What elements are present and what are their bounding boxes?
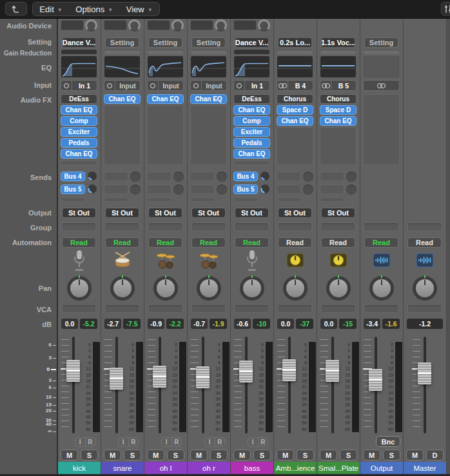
peak-db-value[interactable]: -1.6 — [382, 319, 400, 329]
peak-db-value[interactable]: -10 — [253, 319, 270, 329]
setting-button[interactable]: 1.1s Voc... — [321, 37, 355, 48]
group-field[interactable] — [407, 223, 442, 231]
fader-cap[interactable] — [282, 359, 296, 381]
eq-thumbnail[interactable] — [234, 56, 269, 77]
fx-slot[interactable]: Chan EQ — [320, 116, 357, 126]
fx-slot[interactable]: Chan EQ — [147, 94, 184, 104]
peak-db-value[interactable]: -5.2 — [80, 319, 97, 329]
setting-button[interactable]: Dance V... — [62, 37, 96, 48]
audio-device-field[interactable] — [61, 20, 84, 30]
send-slot[interactable] — [147, 172, 171, 181]
group-field[interactable] — [364, 223, 398, 231]
vca-field[interactable] — [235, 304, 269, 313]
fx-slot[interactable]: Chorus — [320, 94, 357, 104]
mute-button[interactable]: M — [277, 450, 294, 461]
automation-button[interactable]: Read — [278, 237, 312, 248]
track-icon[interactable] — [360, 248, 403, 272]
automation-button[interactable]: Read — [62, 237, 96, 248]
fader-track[interactable] — [424, 337, 426, 433]
send-level-knob[interactable] — [87, 171, 97, 181]
fx-slot[interactable]: Exciter — [61, 127, 97, 137]
automation-button[interactable]: Read — [105, 237, 139, 248]
solo-button[interactable]: S — [297, 450, 314, 461]
input-button[interactable]: Input — [147, 80, 184, 91]
vca-field[interactable] — [278, 304, 312, 313]
automation-button[interactable]: Read — [191, 237, 226, 248]
fader-db-value[interactable]: -2.7 — [104, 319, 121, 329]
send-level-knob[interactable] — [217, 172, 227, 182]
pan-knob[interactable] — [67, 276, 92, 301]
fader-cap[interactable] — [196, 366, 210, 388]
pan-knob[interactable] — [240, 276, 264, 301]
eq-thumbnail[interactable] — [61, 56, 97, 77]
vca-field[interactable] — [407, 304, 442, 313]
group-field[interactable] — [191, 223, 226, 231]
input-button[interactable] — [363, 80, 400, 91]
audio-device-knob[interactable] — [171, 19, 184, 32]
peak-db-value[interactable]: -2.2 — [166, 319, 184, 329]
send-slot[interactable]: Bus 5 — [233, 184, 258, 194]
record-enable-button[interactable]: R — [258, 438, 268, 446]
fader-track[interactable] — [331, 337, 334, 433]
pan-knob[interactable] — [283, 276, 308, 301]
input-button[interactable]: Input — [104, 80, 141, 91]
peak-db-value[interactable]: -37 — [296, 319, 313, 329]
track-name[interactable]: Smal...Plate — [317, 462, 360, 474]
output-button[interactable]: St Out — [278, 208, 312, 218]
input-button[interactable]: Input — [190, 80, 227, 91]
peak-db-value[interactable]: -15 — [339, 319, 357, 329]
fader-db-value[interactable]: -3.4 — [364, 319, 380, 329]
eq-thumbnail[interactable] — [148, 56, 183, 77]
track-name[interactable]: oh r — [188, 462, 230, 474]
automation-button[interactable]: Read — [321, 237, 355, 248]
send-level-knob[interactable] — [173, 184, 184, 195]
fader-cap[interactable] — [239, 361, 253, 382]
group-field[interactable] — [278, 223, 312, 231]
audio-device-field[interactable] — [233, 20, 257, 30]
send-slot[interactable] — [320, 184, 344, 194]
eq-thumbnail[interactable] — [191, 56, 226, 77]
input-monitor-button[interactable]: I — [162, 438, 171, 446]
record-enable-button[interactable]: R — [171, 438, 182, 446]
solo-button[interactable]: S — [167, 450, 184, 461]
automation-button[interactable]: Read — [235, 237, 269, 248]
fx-slot[interactable]: Chan EQ — [61, 149, 97, 159]
fader-track[interactable] — [72, 337, 75, 433]
track-name[interactable]: oh l — [144, 462, 187, 474]
mute-button[interactable]: M — [104, 450, 121, 461]
mute-button[interactable]: M — [233, 450, 251, 461]
group-field[interactable] — [321, 223, 355, 231]
solo-button[interactable]: D — [426, 450, 444, 461]
setting-button[interactable]: Setting — [364, 37, 398, 48]
track-icon[interactable] — [404, 248, 446, 272]
input-monitor-button[interactable]: I — [205, 438, 215, 446]
send-slot[interactable] — [104, 172, 128, 181]
fx-slot[interactable]: DeEss — [233, 94, 270, 104]
menu-options[interactable]: Options ▼ — [75, 5, 113, 14]
send-level-knob[interactable] — [130, 184, 141, 195]
vca-field[interactable] — [321, 304, 355, 313]
mute-button[interactable]: M — [363, 450, 380, 461]
peak-db-value[interactable]: -7.5 — [123, 319, 141, 329]
input-button[interactable]: In 1 — [233, 80, 270, 91]
input-button[interactable]: In 1 — [61, 80, 97, 91]
audio-device-field[interactable] — [104, 20, 127, 30]
pan-knob[interactable] — [153, 276, 178, 301]
group-field[interactable] — [105, 223, 139, 231]
track-icon[interactable] — [317, 248, 360, 272]
eq-thumbnail[interactable] — [277, 56, 313, 77]
send-level-knob[interactable] — [87, 184, 97, 194]
fx-slot[interactable]: Pedals — [233, 138, 270, 148]
send-slot[interactable]: Bus 4 — [61, 172, 85, 181]
send-level-knob[interactable] — [260, 184, 270, 194]
fader-db-value[interactable]: 0.0 — [320, 319, 337, 329]
fx-slot[interactable]: Chan EQ — [233, 149, 270, 159]
send-level-knob[interactable] — [346, 184, 357, 195]
track-icon[interactable] — [144, 248, 187, 272]
vca-field[interactable] — [105, 304, 139, 313]
fx-slot[interactable]: Chan EQ — [277, 116, 313, 126]
input-monitor-button[interactable]: I — [119, 438, 128, 446]
track-name[interactable]: Amb...ience — [274, 462, 317, 474]
fx-slot[interactable]: Exciter — [233, 127, 270, 137]
audio-device-field[interactable] — [147, 20, 170, 30]
